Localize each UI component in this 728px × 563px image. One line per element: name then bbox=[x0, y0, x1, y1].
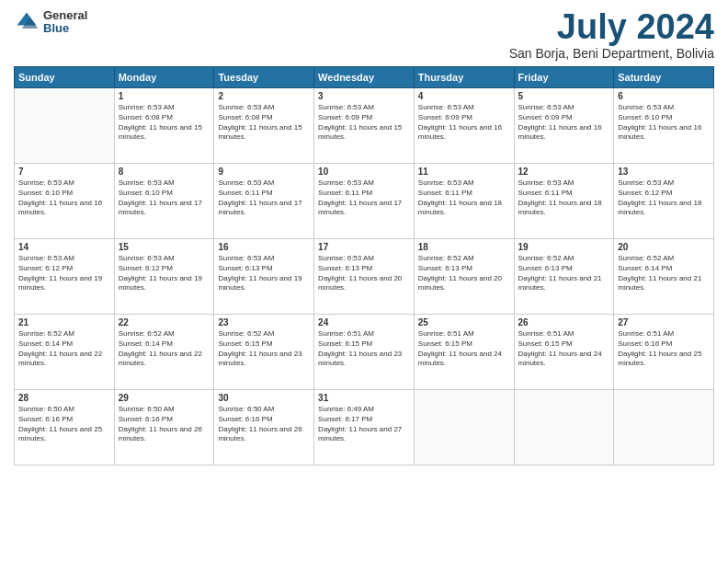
table-row: 18Sunrise: 6:52 AMSunset: 6:13 PMDayligh… bbox=[414, 239, 514, 315]
table-row: 23Sunrise: 6:52 AMSunset: 6:15 PMDayligh… bbox=[214, 315, 314, 390]
table-row: 20Sunrise: 6:52 AMSunset: 6:14 PMDayligh… bbox=[614, 239, 714, 315]
daylight-text: Daylight: 11 hours and 25 minutes. bbox=[618, 350, 710, 370]
daylight-text: Daylight: 11 hours and 16 minutes. bbox=[618, 123, 710, 144]
daylight-text: Daylight: 11 hours and 19 minutes. bbox=[218, 274, 310, 294]
daylight-text: Daylight: 11 hours and 16 minutes. bbox=[18, 199, 110, 219]
day-number: 18 bbox=[418, 242, 510, 252]
table-row: 6Sunrise: 6:53 AMSunset: 6:10 PMDaylight… bbox=[614, 88, 714, 164]
sunset-text: Sunset: 6:16 PM bbox=[218, 415, 310, 425]
table-row: 9Sunrise: 6:53 AMSunset: 6:11 PMDaylight… bbox=[214, 164, 314, 239]
header-thursday: Thursday bbox=[414, 67, 514, 88]
sunset-text: Sunset: 6:13 PM bbox=[218, 264, 310, 274]
sunset-text: Sunset: 6:09 PM bbox=[418, 113, 510, 123]
sunrise-text: Sunrise: 6:53 AM bbox=[318, 254, 410, 264]
calendar-week-row: 1Sunrise: 6:53 AMSunset: 6:08 PMDaylight… bbox=[15, 88, 714, 164]
sunset-text: Sunset: 6:13 PM bbox=[318, 264, 410, 274]
sunrise-text: Sunrise: 6:53 AM bbox=[119, 254, 210, 264]
header-saturday: Saturday bbox=[614, 67, 714, 88]
day-number: 13 bbox=[618, 167, 710, 177]
daylight-text: Daylight: 11 hours and 22 minutes. bbox=[18, 350, 110, 370]
day-number: 31 bbox=[318, 393, 410, 403]
sunrise-text: Sunrise: 6:53 AM bbox=[119, 178, 210, 189]
sunrise-text: Sunrise: 6:51 AM bbox=[418, 329, 510, 339]
header-tuesday: Tuesday bbox=[214, 67, 314, 88]
daylight-text: Daylight: 11 hours and 15 minutes. bbox=[218, 123, 310, 144]
table-row: 27Sunrise: 6:51 AMSunset: 6:16 PMDayligh… bbox=[614, 315, 714, 390]
weekday-header-row: Sunday Monday Tuesday Wednesday Thursday… bbox=[15, 67, 714, 88]
title-block: July 2024 San Borja, Beni Department, Bo… bbox=[509, 9, 714, 61]
sunrise-text: Sunrise: 6:52 AM bbox=[618, 254, 710, 264]
table-row: 3Sunrise: 6:53 AMSunset: 6:09 PMDaylight… bbox=[314, 88, 415, 164]
page: General Blue July 2024 San Borja, Beni D… bbox=[0, 0, 728, 563]
sunrise-text: Sunrise: 6:52 AM bbox=[218, 329, 310, 339]
sunrise-text: Sunrise: 6:51 AM bbox=[518, 329, 610, 339]
sunset-text: Sunset: 6:12 PM bbox=[18, 264, 110, 274]
day-number: 20 bbox=[618, 242, 710, 252]
sunset-text: Sunset: 6:09 PM bbox=[318, 113, 410, 123]
sunrise-text: Sunrise: 6:53 AM bbox=[18, 178, 110, 189]
daylight-text: Daylight: 11 hours and 21 minutes. bbox=[518, 274, 610, 294]
day-number: 29 bbox=[119, 393, 210, 403]
daylight-text: Daylight: 11 hours and 17 minutes. bbox=[119, 199, 210, 219]
table-row bbox=[414, 390, 514, 465]
sunrise-text: Sunrise: 6:53 AM bbox=[318, 103, 410, 113]
sunrise-text: Sunrise: 6:53 AM bbox=[119, 103, 210, 113]
sunset-text: Sunset: 6:14 PM bbox=[18, 339, 110, 350]
daylight-text: Daylight: 11 hours and 17 minutes. bbox=[218, 199, 310, 219]
sunrise-text: Sunrise: 6:50 AM bbox=[18, 405, 110, 415]
table-row: 7Sunrise: 6:53 AMSunset: 6:10 PMDaylight… bbox=[15, 164, 115, 239]
daylight-text: Daylight: 11 hours and 25 minutes. bbox=[18, 425, 110, 445]
day-number: 4 bbox=[418, 91, 510, 101]
daylight-text: Daylight: 11 hours and 19 minutes. bbox=[18, 274, 110, 294]
sunrise-text: Sunrise: 6:53 AM bbox=[318, 178, 410, 189]
day-number: 16 bbox=[218, 242, 310, 252]
day-number: 26 bbox=[518, 317, 610, 327]
day-number: 27 bbox=[618, 317, 710, 327]
day-number: 12 bbox=[518, 167, 610, 177]
sunrise-text: Sunrise: 6:53 AM bbox=[218, 178, 310, 189]
sunset-text: Sunset: 6:16 PM bbox=[618, 339, 710, 350]
daylight-text: Daylight: 11 hours and 20 minutes. bbox=[418, 274, 510, 294]
header: General Blue July 2024 San Borja, Beni D… bbox=[14, 9, 714, 61]
logo-blue: Blue bbox=[43, 22, 87, 35]
day-number: 19 bbox=[518, 242, 610, 252]
sunset-text: Sunset: 6:15 PM bbox=[218, 339, 310, 350]
day-number: 25 bbox=[418, 317, 510, 327]
sunset-text: Sunset: 6:16 PM bbox=[119, 415, 210, 425]
daylight-text: Daylight: 11 hours and 15 minutes. bbox=[318, 123, 410, 144]
table-row: 15Sunrise: 6:53 AMSunset: 6:12 PMDayligh… bbox=[114, 239, 214, 315]
sunrise-text: Sunrise: 6:52 AM bbox=[18, 329, 110, 339]
table-row: 26Sunrise: 6:51 AMSunset: 6:15 PMDayligh… bbox=[514, 315, 614, 390]
table-row: 5Sunrise: 6:53 AMSunset: 6:09 PMDaylight… bbox=[514, 88, 614, 164]
daylight-text: Daylight: 11 hours and 23 minutes. bbox=[218, 350, 310, 370]
sunrise-text: Sunrise: 6:52 AM bbox=[119, 329, 210, 339]
table-row: 14Sunrise: 6:53 AMSunset: 6:12 PMDayligh… bbox=[15, 239, 115, 315]
table-row: 17Sunrise: 6:53 AMSunset: 6:13 PMDayligh… bbox=[314, 239, 415, 315]
header-sunday: Sunday bbox=[15, 67, 115, 88]
sunrise-text: Sunrise: 6:50 AM bbox=[218, 405, 310, 415]
daylight-text: Daylight: 11 hours and 21 minutes. bbox=[618, 274, 710, 294]
table-row: 19Sunrise: 6:52 AMSunset: 6:13 PMDayligh… bbox=[514, 239, 614, 315]
day-number: 17 bbox=[318, 242, 410, 252]
daylight-text: Daylight: 11 hours and 19 minutes. bbox=[119, 274, 210, 294]
header-friday: Friday bbox=[514, 67, 614, 88]
sunrise-text: Sunrise: 6:50 AM bbox=[119, 405, 210, 415]
table-row: 8Sunrise: 6:53 AMSunset: 6:10 PMDaylight… bbox=[114, 164, 214, 239]
sunset-text: Sunset: 6:10 PM bbox=[18, 189, 110, 199]
daylight-text: Daylight: 11 hours and 22 minutes. bbox=[119, 350, 210, 370]
sunset-text: Sunset: 6:17 PM bbox=[318, 415, 410, 425]
sunrise-text: Sunrise: 6:53 AM bbox=[518, 103, 610, 113]
table-row: 22Sunrise: 6:52 AMSunset: 6:14 PMDayligh… bbox=[114, 315, 214, 390]
logo-text: General Blue bbox=[43, 9, 87, 36]
day-number: 24 bbox=[318, 317, 410, 327]
sunset-text: Sunset: 6:16 PM bbox=[18, 415, 110, 425]
table-row: 10Sunrise: 6:53 AMSunset: 6:11 PMDayligh… bbox=[314, 164, 415, 239]
sunset-text: Sunset: 6:13 PM bbox=[418, 264, 510, 274]
day-number: 5 bbox=[518, 91, 610, 101]
table-row: 16Sunrise: 6:53 AMSunset: 6:13 PMDayligh… bbox=[214, 239, 314, 315]
day-number: 15 bbox=[119, 242, 210, 252]
logo-general: General bbox=[43, 9, 87, 22]
table-row: 30Sunrise: 6:50 AMSunset: 6:16 PMDayligh… bbox=[214, 390, 314, 465]
daylight-text: Daylight: 11 hours and 20 minutes. bbox=[318, 274, 410, 294]
sunset-text: Sunset: 6:14 PM bbox=[618, 264, 710, 274]
